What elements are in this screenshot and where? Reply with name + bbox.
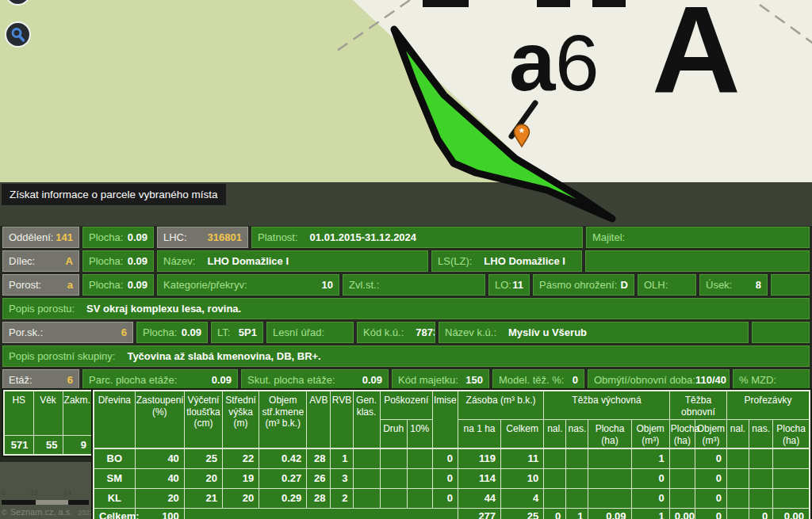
- table-cell: [773, 468, 810, 488]
- column-header: na 1 ha: [458, 420, 500, 449]
- info-cell: OLH:: [638, 274, 696, 296]
- field-value: 0.09: [128, 231, 147, 243]
- header-line: Plocha: [671, 423, 694, 435]
- field-value: 0.09: [182, 326, 201, 338]
- info-cell: Plocha:0.09: [82, 274, 154, 296]
- field-value: Tyčovina až slabá kmenovina, DB, BR+.: [127, 350, 320, 362]
- header-line: (m³ b.k.): [260, 418, 305, 429]
- header-line: 10%: [408, 423, 431, 435]
- field-label: Název k.ú.:: [445, 326, 496, 338]
- field-label: LHC:: [163, 231, 187, 243]
- info-cell: Dílec:A: [2, 250, 79, 272]
- field-label: Pásmo ohrožení:: [539, 279, 617, 291]
- table-cell: 0: [695, 508, 726, 519]
- info-cell: Popis porostu:SV okraj komplexu lesa, ro…: [2, 298, 810, 319]
- search-button[interactable]: [5, 21, 31, 48]
- table-cell: 28: [307, 488, 331, 508]
- field-label: Lesní úřad:: [273, 326, 324, 338]
- table-cell: [669, 488, 695, 508]
- scale-tick-label: 0: [2, 489, 6, 497]
- table-cell: [669, 468, 695, 488]
- field-value: 316801: [208, 231, 242, 243]
- field-label: Dílec:: [9, 255, 35, 267]
- table-cell: [727, 508, 749, 519]
- table-cell: [727, 488, 749, 508]
- header-line: Objem: [633, 423, 668, 435]
- total-row: Celkem:10027725010.0910.00000.00: [94, 508, 810, 519]
- header-line: stř.kmene: [260, 406, 305, 418]
- header-line: Gen.: [354, 395, 379, 406]
- parcel-info-panel: Oddělení:141Plocha:0.09LHC:316801Platnos…: [0, 227, 812, 393]
- header-line: Zastoupení: [136, 395, 183, 406]
- column-header: Objem(m³): [695, 420, 726, 449]
- map-canvas[interactable]: [0, 0, 812, 182]
- info-cell: Plocha:0.09: [82, 250, 154, 272]
- header-line: nal.: [728, 423, 748, 435]
- field-label: % MZD:: [739, 374, 776, 386]
- field-label: Zvl.st.:: [349, 279, 379, 291]
- table-row: SM4020190.2726301141000: [94, 468, 810, 488]
- field-value: Myslív u Všerub: [508, 326, 587, 338]
- table-cell: 0.42: [259, 448, 307, 468]
- header-line: (ha): [671, 435, 694, 447]
- column-header: Imise: [432, 391, 458, 448]
- table-cell: [749, 448, 773, 468]
- info-cell: Skut. plocha etáže:0.09: [241, 369, 389, 391]
- info-cell: Kód majetku:150: [392, 369, 489, 391]
- column-group-header: Zásoba (m³ b.k.): [458, 391, 543, 420]
- copyright-symbol: ©: [2, 509, 7, 517]
- header-line: Druh: [381, 423, 406, 435]
- info-cell: Porost:a: [2, 274, 79, 296]
- table-cell: [566, 448, 588, 468]
- table-cell: [380, 488, 407, 508]
- table-row: BO4025220.4228101191110: [94, 448, 810, 468]
- table-cell: [380, 448, 407, 468]
- table-cell: [353, 468, 380, 488]
- field-label: Oddělení:: [9, 231, 53, 243]
- table-cell: [353, 448, 380, 468]
- field-value: 141: [56, 231, 73, 243]
- table-cell: [669, 448, 695, 468]
- table-cell: 0: [432, 448, 458, 468]
- search-icon: [10, 26, 27, 44]
- field-value: 0: [573, 374, 578, 386]
- header-line: nas.: [567, 423, 587, 435]
- table-cell: [353, 488, 380, 508]
- table-cell: 100: [135, 508, 184, 519]
- table-cell: [544, 448, 566, 468]
- table-cell: [588, 468, 631, 488]
- table-cell: 9: [63, 435, 92, 455]
- table-cell: 1: [566, 508, 588, 519]
- header-line: nas.: [750, 423, 772, 435]
- table-cell: [407, 488, 432, 508]
- table-cell: 4: [501, 488, 544, 508]
- field-label: Obmýtí/obnovní doba:: [594, 374, 695, 386]
- table-row: KL2021200.29282044400: [94, 488, 810, 508]
- field-value: 11: [512, 279, 523, 291]
- info-cell: Parc. plocha etáže:0.09: [82, 369, 238, 391]
- header-line: na 1 ha: [459, 423, 500, 435]
- field-value: 0.09: [128, 255, 147, 267]
- info-row: Oddělení:141Plocha:0.09LHC:316801Platnos…: [2, 227, 810, 248]
- field-label: Platnost:: [258, 231, 298, 243]
- column-header: Objemstř.kmene(m³ b.k.): [259, 391, 307, 448]
- field-value: 110/40: [695, 374, 726, 386]
- header-line: klas.: [354, 406, 379, 418]
- table-cell: [749, 488, 773, 508]
- info-cell: Úsek:8: [699, 274, 768, 296]
- field-value: A: [66, 255, 73, 267]
- hs-summary-table: HSVěkZakm.571559: [3, 390, 93, 456]
- map-attribution-year: 2022: [78, 509, 91, 517]
- info-cell: Pásmo ohrožení:D: [533, 274, 634, 296]
- field-value: 787353: [416, 326, 435, 338]
- field-label: Kategorie/překryv:: [163, 279, 247, 291]
- header-line: Objem: [696, 423, 726, 435]
- table-cell: 0: [695, 448, 726, 468]
- table-cell: 20: [135, 488, 184, 508]
- info-row: Popis porostu:SV okraj komplexu lesa, ro…: [2, 298, 810, 319]
- table-cell: 25: [501, 508, 544, 519]
- info-cell: Plocha:0.09: [82, 227, 154, 248]
- header-line: (m³): [696, 435, 726, 447]
- field-value: 150: [465, 374, 483, 386]
- column-header: Věk: [33, 391, 63, 435]
